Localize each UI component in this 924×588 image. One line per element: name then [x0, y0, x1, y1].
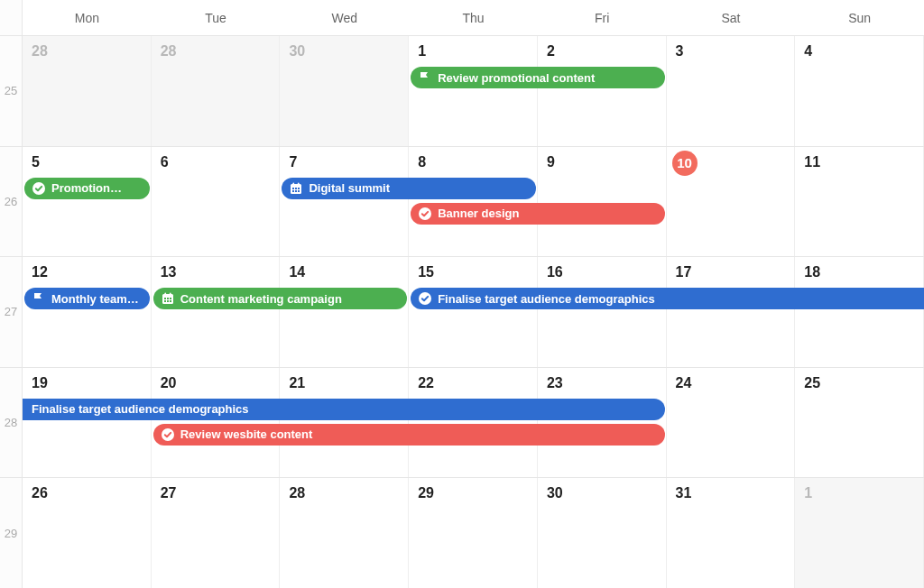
day-cell[interactable]: 30: [280, 36, 409, 146]
day-number: 17: [676, 264, 692, 280]
day-number: 25: [804, 375, 820, 390]
day-number: 5: [32, 154, 40, 170]
day-cell[interactable]: 16: [538, 257, 667, 367]
day-number: 11: [804, 154, 820, 170]
calendar: Mon Tue Wed Thu Fri Sat Sun 252828301234…: [0, 0, 924, 588]
day-cell[interactable]: 24: [667, 368, 796, 478]
day-header-sun: Sun: [795, 0, 924, 35]
day-cell[interactable]: 1: [409, 36, 538, 146]
day-cell[interactable]: 6: [152, 147, 281, 257]
event-label: Digital summit: [309, 181, 390, 195]
day-number: 9: [547, 154, 555, 170]
day-number: 1: [418, 43, 426, 59]
day-number: 28: [289, 485, 305, 501]
day-cell[interactable]: 31: [667, 478, 796, 588]
day-number: 24: [676, 375, 692, 390]
week-row: 252828301234Review promotional content: [0, 36, 924, 147]
day-number: 3: [676, 43, 684, 59]
day-header-wed: Wed: [280, 0, 409, 35]
day-cell[interactable]: 8: [409, 147, 538, 257]
calendar-event[interactable]: Content marketing campaign: [153, 288, 407, 309]
day-cell[interactable]: 28: [152, 36, 281, 146]
day-cell[interactable]: 3: [667, 36, 796, 146]
day-cell[interactable]: 23: [538, 368, 667, 478]
event-label: Finalise target audience demographics: [438, 292, 655, 306]
day-number: 8: [418, 154, 426, 170]
calendar-event[interactable]: Finalise target audience demographics: [23, 399, 665, 420]
day-cell[interactable]: 7: [280, 147, 409, 257]
calendar-event[interactable]: Finalise target audience demographics: [411, 288, 924, 309]
calendar-event[interactable]: Promotion…: [24, 178, 150, 199]
day-number: 1: [804, 485, 812, 501]
day-number: 20: [161, 375, 177, 390]
day-number: 2: [547, 43, 555, 59]
day-header-mon: Mon: [23, 0, 152, 35]
day-cell[interactable]: 17: [667, 257, 796, 367]
day-cell[interactable]: 28: [23, 36, 152, 146]
day-number: 23: [547, 375, 563, 390]
check-circle-icon: [161, 427, 175, 442]
day-cell[interactable]: 14: [280, 257, 409, 367]
day-cell[interactable]: 29: [409, 478, 538, 588]
day-header-thu: Thu: [409, 0, 538, 35]
week-row: 292627282930311: [0, 478, 924, 588]
day-cell[interactable]: 1: [795, 478, 924, 588]
day-number: 13: [161, 264, 177, 280]
day-number: 28: [32, 43, 48, 59]
day-cell[interactable]: 13: [152, 257, 281, 367]
week-number: 27: [0, 257, 23, 367]
week-number: 25: [0, 36, 23, 146]
day-cell[interactable]: 22: [409, 368, 538, 478]
week-row: 2819202122232425Finalise target audience…: [0, 368, 924, 479]
day-number: 16: [547, 264, 563, 280]
week-header: Mon Tue Wed Thu Fri Sat Sun: [0, 0, 924, 36]
day-number: 28: [161, 43, 177, 59]
day-cell[interactable]: 4: [795, 36, 924, 146]
calendar-event[interactable]: Monthly team…: [24, 288, 150, 309]
day-header-sat: Sat: [667, 0, 796, 35]
day-number: 12: [32, 264, 48, 280]
day-number: 27: [161, 485, 177, 501]
day-number: 6: [161, 154, 169, 170]
week-number: 26: [0, 147, 23, 257]
day-number: 29: [418, 485, 434, 501]
week-number: 28: [0, 368, 23, 478]
day-number: 30: [547, 485, 563, 501]
day-number: 30: [289, 43, 305, 59]
day-cell[interactable]: 12: [23, 257, 152, 367]
event-label: Finalise target audience demographics: [32, 402, 249, 416]
check-circle-icon: [418, 207, 432, 221]
day-cell[interactable]: 9: [538, 147, 667, 257]
calendar-event[interactable]: Review promotional content: [411, 67, 664, 88]
day-cell[interactable]: 5: [23, 147, 152, 257]
day-number: 15: [418, 264, 434, 280]
event-label: Content marketing campaign: [180, 292, 342, 306]
day-cell[interactable]: 28: [280, 478, 409, 588]
event-label: Banner design: [438, 207, 519, 220]
calendar-event[interactable]: Banner design: [411, 203, 664, 225]
event-label: Monthly team…: [51, 292, 139, 306]
flag-icon: [32, 291, 46, 306]
day-cell[interactable]: 11: [795, 147, 924, 257]
day-cell[interactable]: 26: [23, 478, 152, 588]
day-cell[interactable]: 21: [280, 368, 409, 478]
day-cell[interactable]: 20: [152, 368, 281, 478]
day-number: 21: [289, 375, 305, 390]
event-label: Review wesbite content: [180, 427, 313, 441]
day-cell[interactable]: 15: [409, 257, 538, 367]
day-number: 26: [32, 485, 48, 501]
calendar-event[interactable]: Digital summit: [282, 178, 535, 199]
day-cell[interactable]: 25: [795, 368, 924, 478]
weeknum-header-spacer: [0, 0, 23, 35]
day-cell[interactable]: 10: [667, 147, 796, 257]
day-cell[interactable]: 19: [23, 368, 152, 478]
week-row: 26567891011Promotion…Digital summitBanne…: [0, 147, 924, 258]
day-cell[interactable]: 18: [795, 257, 924, 367]
day-number: 4: [804, 43, 812, 59]
day-number: 10: [672, 151, 698, 176]
day-cell[interactable]: 27: [152, 478, 281, 588]
day-cell[interactable]: 2: [538, 36, 667, 146]
calendar-event[interactable]: Review wesbite content: [153, 424, 665, 446]
flag-icon: [418, 70, 432, 85]
day-cell[interactable]: 30: [538, 478, 667, 588]
